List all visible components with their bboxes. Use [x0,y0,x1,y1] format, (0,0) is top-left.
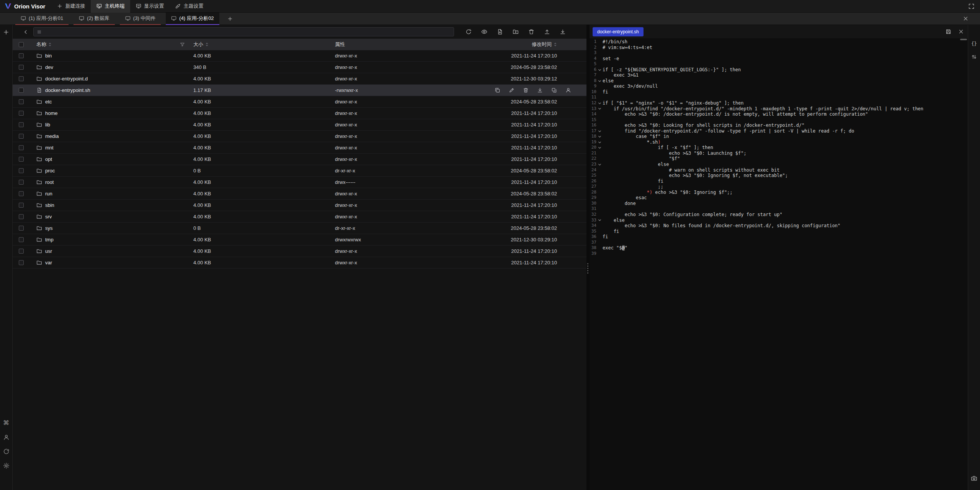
table-row[interactable]: lib4.00 KBdrwxr-xr-x2021-11-24 17:20:10 [13,119,586,131]
upload-icon[interactable] [544,29,550,35]
table-row[interactable]: opt4.00 KBdrwxr-xr-x2021-11-24 17:20:10 [13,154,586,165]
copy-icon[interactable] [495,87,500,93]
table-row[interactable]: var4.00 KBdrwxr-xr-x2021-11-24 17:20:10 [13,257,586,269]
row-checkbox[interactable] [19,237,24,242]
menu-new-connection[interactable]: 新建连接 [51,0,91,13]
tab-app-analysis-01[interactable]: (1) 应用-分析01 [15,13,69,25]
edit-icon[interactable] [509,87,514,93]
row-name[interactable]: home [29,110,190,116]
row-name[interactable]: etc [29,99,190,105]
sort-by-size[interactable]: 大小 [193,41,209,48]
row-name[interactable]: var [29,260,190,265]
row-name[interactable]: dev [29,64,190,70]
sort-by-name[interactable]: 名称 [36,41,52,48]
row-name[interactable]: opt [29,156,190,162]
row-checkbox[interactable] [19,180,24,185]
row-checkbox[interactable] [19,214,24,219]
row-name[interactable]: lib [29,122,190,128]
editor-scrollbar[interactable] [960,39,967,40]
table-row[interactable]: srv4.00 KBdrwxr-xr-x2021-11-24 17:20:10 [13,211,586,223]
fold-chevron-icon[interactable] [598,141,601,144]
path-input[interactable] [33,27,454,36]
filter-funnel-icon[interactable] [180,42,185,47]
tab-middleware[interactable]: (3) 中间件 [120,13,161,25]
trash-icon[interactable] [528,29,534,35]
new-sftp-button[interactable] [0,28,12,37]
fold-chevron-icon[interactable] [598,68,601,72]
row-checkbox[interactable] [19,88,24,93]
close-panel-icon[interactable] [963,16,969,21]
row-checkbox[interactable] [19,122,24,127]
refresh-icon[interactable] [466,29,472,35]
fold-chevron-icon[interactable] [598,102,601,105]
menu-display-settings[interactable]: 显示设置 [130,0,170,13]
table-row[interactable]: run4.00 KBdrwxr-xr-x2024-05-28 23:58:02 [13,188,586,200]
editor-file-tab[interactable]: docker-entrypoint.sh [593,27,644,36]
download-icon[interactable] [560,29,566,35]
row-checkbox[interactable] [19,53,24,58]
close-editor-icon[interactable] [958,29,964,34]
format-braces-icon[interactable]: {} [971,41,977,46]
duplicate-icon[interactable] [551,87,557,93]
row-name[interactable]: root [29,179,190,185]
table-row[interactable]: docker-entrypoint.d4.00 KBdrwxr-xr-x2021… [13,73,586,85]
row-checkbox[interactable] [19,65,24,70]
row-checkbox[interactable] [19,249,24,254]
row-checkbox[interactable] [19,226,24,231]
tab-app-analysis-02[interactable]: (4) 应用-分析02 [166,13,219,25]
row-checkbox[interactable] [19,145,24,150]
table-row[interactable]: tmp4.00 KBdrwxrwxrwx2021-12-30 03:29:10 [13,234,586,246]
table-row[interactable]: dev340 Bdrwxr-xr-x2024-05-28 23:58:02 [13,62,586,73]
show-hidden-eye-icon[interactable] [481,29,487,35]
command-snippets-icon[interactable]: ⌘ [3,420,10,426]
fold-chevron-icon[interactable] [598,163,601,166]
row-checkbox[interactable] [19,111,24,116]
table-row[interactable]: sys0 Bdr-xr-xr-x2024-05-28 23:58:02 [13,223,586,234]
permission-icon[interactable] [565,87,571,93]
panel-splitter[interactable] [586,25,590,490]
row-checkbox[interactable] [19,168,24,173]
row-name[interactable]: mnt [29,145,190,151]
editor-body[interactable]: 1#!/bin/sh2# vim:sw=4:ts=4:et34set -e56i… [590,38,968,490]
row-checkbox[interactable] [19,76,24,81]
save-icon[interactable] [946,29,951,34]
sort-lines-icon[interactable] [971,54,977,60]
new-file-icon[interactable] [497,29,503,35]
delete-icon[interactable] [523,87,529,93]
download-icon[interactable] [537,87,543,93]
table-row[interactable]: sbin4.00 KBdrwxr-xr-x2021-11-24 17:20:10 [13,200,586,211]
row-checkbox[interactable] [19,203,24,208]
select-all-checkbox[interactable] [19,42,24,47]
table-row[interactable]: mnt4.00 KBdrwxr-xr-x2021-11-24 17:20:10 [13,142,586,154]
back-button[interactable] [22,28,30,36]
table-row[interactable]: root4.00 KBdrwx------2021-11-24 17:20:10 [13,177,586,188]
row-checkbox[interactable] [19,99,24,104]
fold-chevron-icon[interactable] [598,218,601,222]
table-row[interactable]: docker-entrypoint.sh1.17 KB-rwxrwxr-x [13,85,586,96]
new-folder-icon[interactable] [513,29,519,35]
table-row[interactable]: etc4.00 KBdrwxr-xr-x2024-05-28 23:58:02 [13,96,586,108]
table-row[interactable]: media4.00 KBdrwxr-xr-x2021-11-24 17:20:1… [13,131,586,142]
row-name[interactable]: usr [29,248,190,254]
fold-chevron-icon[interactable] [598,107,601,110]
row-name[interactable]: run [29,191,190,197]
row-name[interactable]: media [29,133,190,139]
tab-database[interactable]: (2) 数据库 [74,13,115,25]
table-row[interactable]: bin4.00 KBdrwxr-xr-x2021-11-24 17:20:10 [13,50,586,62]
row-name[interactable]: docker-entrypoint.sh [29,87,190,93]
row-name[interactable]: bin [29,53,190,59]
settings-gear-icon[interactable] [3,462,10,469]
fold-chevron-icon[interactable] [598,146,601,149]
row-name[interactable]: srv [29,214,190,220]
row-name[interactable]: sbin [29,202,190,208]
row-checkbox[interactable] [19,134,24,139]
fullscreen-icon[interactable] [968,3,975,10]
fold-chevron-icon[interactable] [598,129,601,133]
row-name[interactable]: tmp [29,237,190,243]
screenshot-camera-icon[interactable] [971,475,977,482]
row-checkbox[interactable] [19,191,24,196]
menu-theme-settings[interactable]: 主题设置 [170,0,209,13]
row-checkbox[interactable] [19,260,24,265]
table-row[interactable]: usr4.00 KBdrwxr-xr-x2021-11-24 17:20:10 [13,246,586,257]
row-name[interactable]: proc [29,168,190,174]
